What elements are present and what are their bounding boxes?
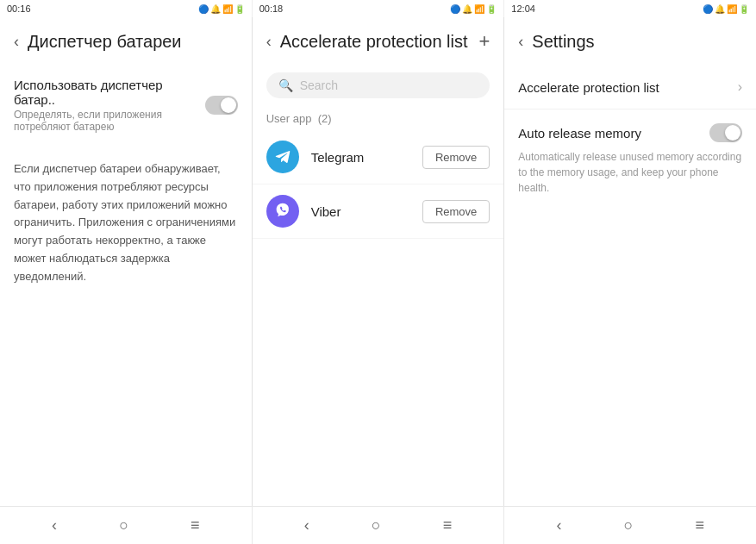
battery-header: ‹ Диспетчер батареи (0, 17, 252, 66)
battery-manager-screen: ‹ Диспетчер батареи Использовать диспетч… (0, 17, 253, 506)
status-panel-3: 12:04 🔵🔔📶🔋 (504, 0, 756, 17)
nav-home-2[interactable]: ○ (363, 513, 390, 538)
status-panel-1: 00:16 🔵🔔📶🔋 (0, 0, 253, 17)
settings-back-button[interactable]: ‹ (518, 33, 523, 51)
battery-toggle-labels: Использовать диспетчер батар.. Определят… (14, 78, 205, 133)
battery-back-button[interactable]: ‹ (14, 33, 19, 51)
battery-toggle-sub-label: Определять, если приложенияпотребляют ба… (14, 109, 205, 133)
status-icons-3: 🔵🔔📶🔋 (703, 4, 749, 14)
accelerate-content: 🔍 Search User app (2) Telegram Remove (253, 66, 504, 506)
search-bar[interactable]: 🔍 Search (266, 72, 490, 98)
time-2: 00:18 (259, 3, 284, 14)
status-icons-1: 🔵🔔📶🔋 (198, 4, 245, 14)
viber-name: Viber (311, 204, 422, 219)
settings-content: Accelerate protection list › Auto releas… (504, 66, 756, 506)
time-1: 00:16 (7, 3, 31, 14)
nav-menu-1[interactable]: ≡ (182, 513, 209, 538)
status-icons-2: 🔵🔔📶🔋 (450, 4, 497, 14)
telegram-name: Telegram (311, 150, 422, 165)
search-icon: 🔍 (278, 78, 293, 92)
nav-back-2[interactable]: ‹ (296, 513, 318, 538)
battery-title: Диспетчер батареи (28, 32, 238, 52)
telegram-icon (266, 141, 299, 173)
accelerate-back-button[interactable]: ‹ (266, 33, 272, 51)
viber-remove-button[interactable]: Remove (422, 200, 490, 223)
status-bar: 00:16 🔵🔔📶🔋 00:18 🔵🔔📶🔋 12:04 🔵🔔📶🔋 (0, 0, 756, 17)
nav-menu-2[interactable]: ≡ (434, 513, 461, 538)
bottom-nav-panel-1: ‹ ○ ≡ (0, 507, 253, 544)
nav-home-1[interactable]: ○ (110, 513, 137, 538)
bottom-nav-bar: ‹ ○ ≡ ‹ ○ ≡ ‹ ○ ≡ (0, 506, 756, 544)
nav-menu-3[interactable]: ≡ (686, 513, 713, 538)
user-app-section-label: User app (2) (253, 102, 504, 130)
screens-container: ‹ Диспетчер батареи Использовать диспетч… (0, 17, 756, 506)
settings-accelerate-chevron: › (738, 79, 742, 95)
accelerate-add-button[interactable]: + (478, 30, 490, 53)
accelerate-screen: ‹ Accelerate protection list + 🔍 Search … (253, 17, 505, 506)
settings-screen: ‹ Settings Accelerate protection list › … (504, 17, 756, 506)
battery-toggle-row: Использовать диспетчер батар.. Определят… (0, 66, 252, 140)
settings-accelerate-label: Accelerate protection list (518, 80, 737, 95)
battery-toggle-main-label: Использовать диспетчер батар.. (14, 78, 205, 107)
settings-title: Settings (532, 32, 742, 52)
accelerate-title: Accelerate protection list (280, 32, 479, 52)
settings-auto-release-label: Auto release memory (518, 126, 709, 141)
nav-home-3[interactable]: ○ (615, 513, 641, 538)
battery-description: Если диспетчер батареи обнаруживает, что… (0, 147, 252, 300)
bottom-nav-panel-3: ‹ ○ ≡ (504, 507, 756, 544)
viber-row: Viber Remove (253, 184, 504, 239)
settings-auto-release-row: Auto release memory (504, 109, 756, 149)
accelerate-header: ‹ Accelerate protection list + (253, 17, 504, 66)
time-3: 12:04 (511, 3, 535, 14)
telegram-remove-button[interactable]: Remove (422, 146, 490, 169)
search-input[interactable]: Search (300, 78, 338, 92)
viber-icon (266, 195, 299, 228)
auto-release-toggle[interactable] (709, 123, 742, 142)
battery-toggle-switch[interactable] (205, 96, 238, 115)
telegram-row: Telegram Remove (253, 130, 504, 184)
status-panel-2: 00:18 🔵🔔📶🔋 (253, 0, 505, 17)
settings-accelerate-row[interactable]: Accelerate protection list › (504, 66, 756, 109)
nav-back-1[interactable]: ‹ (43, 513, 66, 538)
nav-back-3[interactable]: ‹ (547, 513, 570, 538)
battery-content: Использовать диспетчер батар.. Определят… (0, 66, 252, 506)
bottom-nav-panel-2: ‹ ○ ≡ (253, 507, 505, 544)
settings-header: ‹ Settings (504, 17, 756, 66)
settings-auto-release-desc: Automatically release unused memory acco… (504, 149, 756, 208)
